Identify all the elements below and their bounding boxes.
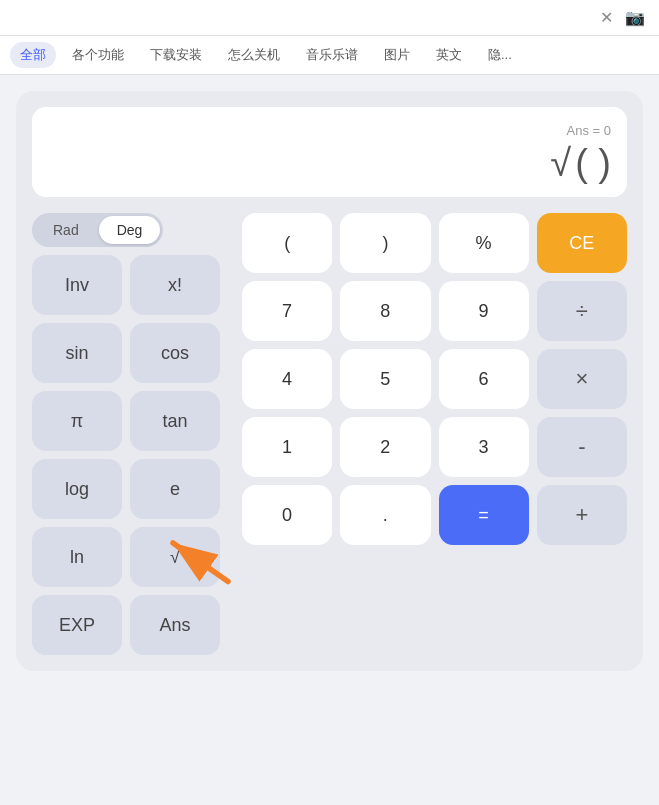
- row-parens: ( ) % CE: [242, 213, 627, 273]
- sin-button[interactable]: sin: [32, 323, 122, 383]
- paren-display-symbol: ( ): [575, 142, 611, 185]
- calculator-display: Ans = 0 √ ( ): [32, 107, 627, 197]
- subtract-button[interactable]: -: [537, 417, 627, 477]
- deg-button[interactable]: Deg: [99, 216, 161, 244]
- decimal-button[interactable]: .: [340, 485, 430, 545]
- 0-button[interactable]: 0: [242, 485, 332, 545]
- exp-ans-row: EXP Ans: [32, 595, 232, 655]
- pi-tan-row: π tan: [32, 391, 232, 451]
- display-ans: Ans = 0: [567, 123, 611, 138]
- tan-button[interactable]: tan: [130, 391, 220, 451]
- 5-button[interactable]: 5: [340, 349, 430, 409]
- row-123: 1 2 3 -: [242, 417, 627, 477]
- ce-button[interactable]: CE: [537, 213, 627, 273]
- exp-button[interactable]: EXP: [32, 595, 122, 655]
- close-paren-button[interactable]: ): [340, 213, 430, 273]
- tab-download[interactable]: 下载安装: [140, 42, 212, 68]
- cos-button[interactable]: cos: [130, 323, 220, 383]
- left-function-panel: Rad Deg Inv x! sin cos π tan log: [32, 213, 232, 655]
- add-button[interactable]: +: [537, 485, 627, 545]
- row-789: 7 8 9 ÷: [242, 281, 627, 341]
- tab-english[interactable]: 英文: [426, 42, 472, 68]
- percent-button[interactable]: %: [439, 213, 529, 273]
- search-bar: 计算器 ✕ 📷: [0, 0, 659, 36]
- 9-button[interactable]: 9: [439, 281, 529, 341]
- close-icon[interactable]: ✕: [598, 6, 615, 29]
- calculator-card: Ans = 0 √ ( ) Rad Deg Inv x! sin: [16, 91, 643, 671]
- sin-cos-row: sin cos: [32, 323, 232, 383]
- tab-shutdown[interactable]: 怎么关机: [218, 42, 290, 68]
- rad-button[interactable]: Rad: [35, 216, 97, 244]
- tab-images[interactable]: 图片: [374, 42, 420, 68]
- mode-row: Rad Deg: [32, 213, 232, 247]
- 3-button[interactable]: 3: [439, 417, 529, 477]
- log-button[interactable]: log: [32, 459, 122, 519]
- e-button[interactable]: e: [130, 459, 220, 519]
- row-456: 4 5 6 ×: [242, 349, 627, 409]
- divide-button[interactable]: ÷: [537, 281, 627, 341]
- 8-button[interactable]: 8: [340, 281, 430, 341]
- ln-button[interactable]: ln: [32, 527, 122, 587]
- tab-features[interactable]: 各个功能: [62, 42, 134, 68]
- tab-all[interactable]: 全部: [10, 42, 56, 68]
- factorial-button[interactable]: x!: [130, 255, 220, 315]
- 7-button[interactable]: 7: [242, 281, 332, 341]
- tab-music[interactable]: 音乐乐谱: [296, 42, 368, 68]
- camera-icon[interactable]: 📷: [623, 6, 647, 29]
- pi-button[interactable]: π: [32, 391, 122, 451]
- mode-toggle: Rad Deg: [32, 213, 163, 247]
- calculator-body: Rad Deg Inv x! sin cos π tan log: [32, 213, 627, 655]
- 2-button[interactable]: 2: [340, 417, 430, 477]
- tab-hidden[interactable]: 隐...: [478, 42, 522, 68]
- right-numpad-panel: ( ) % CE 7 8 9 ÷ 4 5 6 × 1 2: [242, 213, 627, 655]
- tab-bar: 全部 各个功能 下载安装 怎么关机 音乐乐谱 图片 英文 隐...: [0, 36, 659, 75]
- 1-button[interactable]: 1: [242, 417, 332, 477]
- ln-sqrt-row: ln √: [32, 527, 232, 587]
- open-paren-button[interactable]: (: [242, 213, 332, 273]
- equals-button[interactable]: =: [439, 485, 529, 545]
- multiply-button[interactable]: ×: [537, 349, 627, 409]
- sqrt-display-symbol: √: [550, 142, 571, 185]
- display-expression: √ ( ): [550, 142, 611, 185]
- inv-button[interactable]: Inv: [32, 255, 122, 315]
- log-e-row: log e: [32, 459, 232, 519]
- inv-row: Inv x!: [32, 255, 232, 315]
- sqrt-button[interactable]: √: [130, 527, 220, 587]
- 6-button[interactable]: 6: [439, 349, 529, 409]
- ans-button[interactable]: Ans: [130, 595, 220, 655]
- 4-button[interactable]: 4: [242, 349, 332, 409]
- row-0-equals: 0 . = +: [242, 485, 627, 545]
- search-input[interactable]: 计算器: [12, 9, 590, 26]
